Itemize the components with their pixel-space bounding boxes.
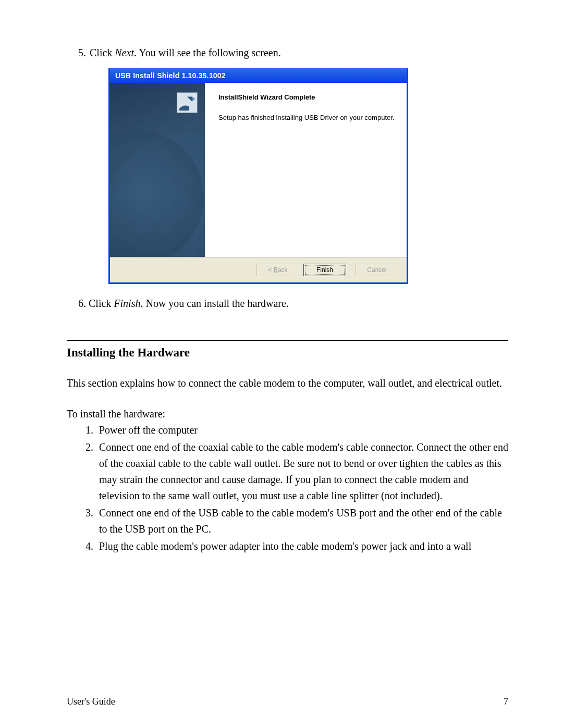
list-item: Connect one end of the USB cable to the … [96, 505, 508, 537]
install-shield-dialog: USB Install Shield 1.10.35.1002 InstallS… [108, 68, 408, 284]
back-button-prefix: < [268, 266, 273, 274]
footer-left: User's Guide [67, 696, 115, 707]
step-6-finish-word: Finish [114, 298, 140, 309]
section-divider [67, 340, 508, 341]
back-button-mnemonic: B [274, 266, 278, 274]
step-5-text-pre: Click [90, 47, 115, 58]
wizard-button-bar: < Back Finish Cancel [110, 257, 407, 282]
section-heading: Installing the Hardware [67, 346, 508, 360]
footer-page-number: 7 [504, 696, 508, 707]
section-lead: To install the hardware: [67, 408, 508, 420]
step-5-text-post: . You will see the following screen. [134, 47, 281, 58]
finish-button-label: Finish [316, 266, 333, 274]
section-intro: This section explains how to connect the… [67, 375, 508, 391]
back-button-suffix: ack [278, 266, 288, 274]
wizard-heading: InstallShield Wizard Complete [218, 93, 396, 101]
back-button: < Back [256, 264, 299, 276]
installshield-logo-icon [177, 92, 198, 113]
cancel-button-label: Cancel [367, 266, 386, 274]
list-item: Connect one end of the coaxial cable to … [96, 439, 508, 504]
step-6-text-post: . Now you can install the hardware. [140, 298, 288, 309]
dialog-titlebar: USB Install Shield 1.10.35.1002 [110, 68, 407, 83]
step-6: 6. Click Finish. Now you can install the… [78, 298, 508, 310]
step-5-number: 5. [78, 47, 86, 58]
list-item: Plug the cable modem's power adapter int… [96, 538, 508, 554]
step-6-number: 6. [78, 298, 86, 309]
step-6-text-pre: Click [89, 298, 114, 309]
step-5: 5. Click Next. You will see the followin… [78, 47, 508, 59]
wizard-content: InstallShield Wizard Complete Setup has … [205, 83, 407, 257]
step-5-next-word: Next [115, 47, 134, 58]
page-footer: User's Guide 7 [67, 696, 508, 707]
cancel-button: Cancel [356, 264, 398, 276]
wizard-side-panel [110, 83, 205, 257]
finish-button[interactable]: Finish [303, 264, 346, 276]
dialog-title: USB Install Shield 1.10.35.1002 [115, 71, 226, 80]
wizard-message: Setup has finished installing USB Driver… [218, 114, 396, 121]
hardware-steps-list: Power off the computer Connect one end o… [67, 422, 508, 554]
list-item: Power off the computer [96, 422, 508, 438]
